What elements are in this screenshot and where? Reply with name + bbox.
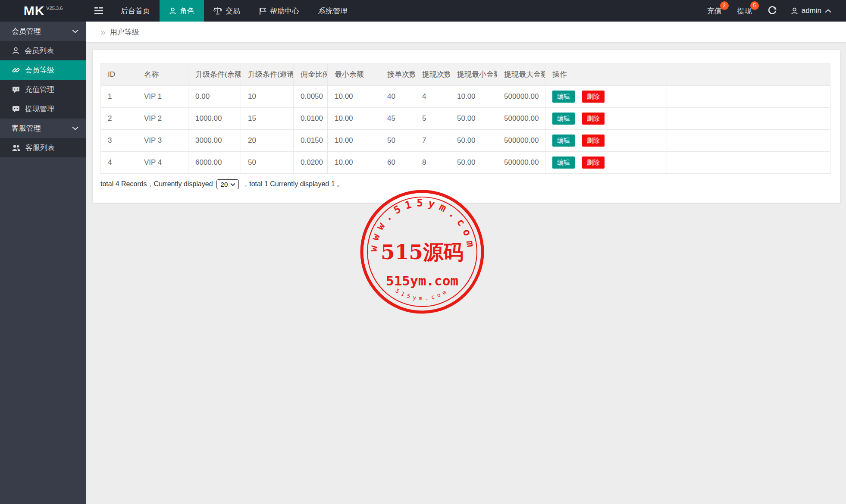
user-icon	[12, 47, 19, 54]
sidebar-group-label: 会员管理	[12, 26, 41, 36]
edit-button[interactable]: 编辑	[552, 113, 575, 125]
nav-tab-roles[interactable]: 角色	[160, 0, 204, 22]
col-withdraw-max: 提现最大金额	[497, 63, 545, 86]
nav-tab-dashboard[interactable]: 后台首页	[111, 0, 160, 22]
edit-button[interactable]: 编辑	[552, 157, 575, 169]
cell-withdraw-min: 50.00	[450, 152, 497, 174]
sidebar-group-member-management[interactable]: 会员管理	[0, 22, 86, 41]
col-upgrade-invite: 升级条件(邀请)	[241, 63, 294, 86]
cell-withdraw-min: 10.00	[450, 86, 497, 108]
table-row: 3 VIP 3 3000.00 20 0.0150 10.00 50 7 50.…	[101, 130, 830, 152]
nav-tab-system[interactable]: 系统管理	[309, 0, 357, 22]
stamp-inner-ring	[367, 197, 477, 307]
cell-upgrade-balance: 6000.00	[188, 152, 241, 174]
cell-order-times: 50	[380, 130, 415, 152]
stamp-center-text: 515源码	[381, 240, 464, 264]
chevron-down-icon	[72, 126, 78, 130]
cell-id: 2	[101, 108, 137, 130]
chat-icon	[12, 106, 20, 113]
col-id: ID	[101, 63, 137, 86]
sidebar-group-label: 客服管理	[12, 123, 41, 133]
refresh-button[interactable]	[760, 0, 785, 22]
cell-withdraw-max: 500000.00	[497, 130, 545, 152]
nav-tab-label: 交易	[226, 6, 240, 16]
chevron-up-icon	[825, 9, 831, 13]
col-actions: 操作	[545, 63, 667, 86]
cell-commission: 0.0200	[294, 152, 328, 174]
person-icon	[169, 7, 176, 15]
chevron-down-icon	[72, 29, 78, 33]
nav-tab-help-center[interactable]: 帮助中心	[250, 0, 309, 22]
breadcrumb-separator-icon: »	[100, 27, 106, 37]
delete-button[interactable]: 删除	[582, 135, 605, 147]
cell-upgrade-invite: 15	[241, 108, 294, 130]
logo-version: V25.3.6	[46, 6, 63, 11]
cell-withdraw-min: 50.00	[450, 108, 497, 130]
recharge-badge: 2	[720, 1, 729, 10]
edit-button[interactable]: 编辑	[552, 91, 575, 103]
app-logo: MK V25.3.6	[0, 0, 86, 22]
cell-upgrade-balance: 0.00	[188, 86, 241, 108]
navbar-spacer	[357, 0, 699, 22]
chevron-down-icon	[230, 183, 235, 186]
table-row: 1 VIP 1 0.00 10 0.0050 10.00 40 4 10.00 …	[101, 86, 830, 108]
page-title: 用户等级	[110, 27, 139, 37]
col-order-times: 接单次数	[380, 63, 415, 86]
cell-actions: 编辑 删除	[545, 152, 667, 174]
recharge-button[interactable]: 充值 2	[699, 0, 730, 22]
sidebar-item-member-list[interactable]: 会员列表	[0, 41, 86, 60]
cell-actions: 编辑 删除	[545, 130, 667, 152]
content-card: ID 名称 升级条件(余额) 升级条件(邀请) 佣金比例 最小余额 接单次数 提…	[93, 50, 840, 203]
cell-commission: 0.0150	[294, 130, 328, 152]
cell-upgrade-balance: 3000.00	[188, 130, 241, 152]
sidebar-item-service-list[interactable]: 客服列表	[0, 138, 86, 157]
nav-tab-trade[interactable]: 交易	[204, 0, 250, 22]
user-menu[interactable]: admin	[785, 0, 837, 22]
table-row: 2 VIP 2 1000.00 15 0.0100 10.00 45 5 50.…	[101, 108, 830, 130]
cell-commission: 0.0050	[294, 86, 328, 108]
cell-withdraw-times: 7	[415, 130, 450, 152]
page-size-select[interactable]: 20	[216, 179, 239, 189]
scales-icon	[213, 7, 222, 15]
hamburger-icon	[94, 7, 103, 14]
cell-id: 3	[101, 130, 137, 152]
sidebar-item-recharge-management[interactable]: 充值管理	[0, 80, 86, 99]
delete-button[interactable]: 删除	[582, 113, 605, 125]
col-withdraw-times: 提现次数	[415, 63, 450, 86]
recharge-label: 充值	[707, 6, 722, 16]
sidebar-item-label: 充值管理	[25, 85, 54, 94]
cell-min-balance: 10.00	[328, 152, 380, 174]
cell-name: VIP 4	[137, 152, 188, 174]
stamp-bottom-text: 515ym.com	[394, 287, 450, 301]
cell-min-balance: 10.00	[328, 86, 380, 108]
col-upgrade-balance: 升级条件(余额)	[188, 63, 241, 86]
cell-upgrade-invite: 50	[241, 152, 294, 174]
sidebar-item-member-level[interactable]: 会员等级	[0, 60, 86, 80]
sidebar-group-service-management[interactable]: 客服管理	[0, 119, 86, 138]
delete-button[interactable]: 删除	[582, 157, 605, 169]
sidebar-item-label: 会员等级	[25, 65, 54, 75]
sidebar-item-withdraw-management[interactable]: 提现管理	[0, 99, 86, 119]
cell-name: VIP 2	[137, 108, 188, 130]
cell-order-times: 45	[380, 108, 415, 130]
sidebar: 会员管理 会员列表 会员等级 充值管理	[0, 22, 86, 504]
hamburger-menu-button[interactable]	[86, 0, 111, 22]
edit-button[interactable]: 编辑	[552, 135, 575, 147]
cell-commission: 0.0100	[294, 108, 328, 130]
user-level-table: ID 名称 升级条件(余额) 升级条件(邀请) 佣金比例 最小余额 接单次数 提…	[100, 63, 830, 174]
refresh-icon	[768, 6, 777, 16]
col-filler	[667, 63, 830, 86]
cell-name: VIP 3	[137, 130, 188, 152]
stamp-url-text: 515ym.com	[386, 273, 458, 288]
username: admin	[802, 6, 821, 15]
cell-name: VIP 1	[137, 86, 188, 108]
cell-order-times: 40	[380, 86, 415, 108]
withdraw-label: 提现	[737, 6, 752, 16]
delete-button[interactable]: 删除	[582, 91, 605, 103]
cell-upgrade-balance: 1000.00	[188, 108, 241, 130]
sidebar-item-label: 会员列表	[25, 46, 54, 56]
logo-text: MK	[24, 3, 45, 18]
chat-icon	[12, 86, 20, 93]
page-size-value: 20	[221, 181, 228, 188]
withdraw-button[interactable]: 提现 5	[730, 0, 760, 22]
